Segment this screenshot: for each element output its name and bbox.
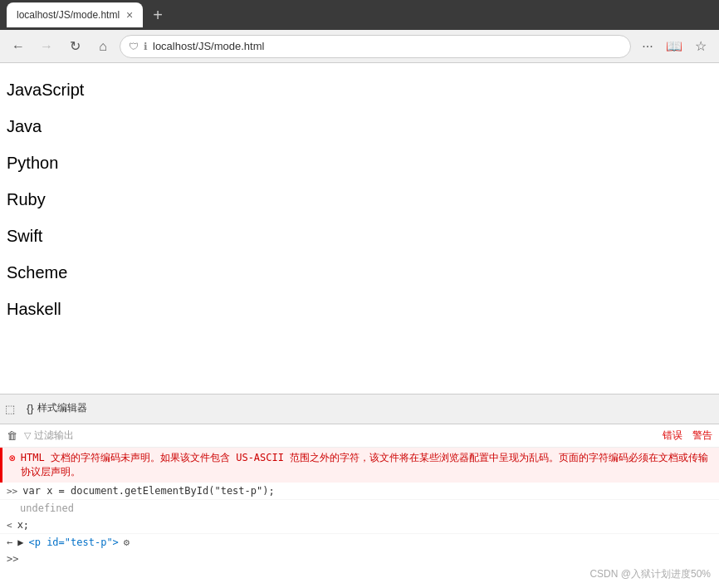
title-bar: localhost/JS/mode.html × + bbox=[0, 0, 719, 30]
clear-console-button[interactable]: 🗑 bbox=[7, 429, 17, 442]
shield-icon: 🛡 bbox=[129, 41, 139, 52]
filter-icon: ▽ bbox=[24, 430, 31, 441]
console-toolbar: 🗑 ▽ 过滤输出 错误 警告 bbox=[0, 424, 719, 448]
devtools-toggle-icon[interactable]: ⬚ bbox=[5, 403, 15, 415]
nav-bar: ← → ↻ ⌂ 🛡 ℹ localhost/JS/mode.html ··· 📖… bbox=[0, 30, 719, 63]
list-item: Python bbox=[7, 145, 712, 181]
filter-placeholder: 过滤输出 bbox=[34, 429, 74, 443]
console-element-row: ← ▶ <p id="test-p"> ⚙ bbox=[0, 534, 719, 551]
console-output-1: undefined bbox=[0, 500, 719, 517]
language-list: JavaScriptJavaPythonRubySwiftSchemeHaske… bbox=[7, 71, 712, 327]
bookmark-button[interactable]: ☆ bbox=[689, 35, 712, 58]
style-editor-icon: {} bbox=[27, 402, 34, 414]
element-code: <p id="test-p"> bbox=[28, 537, 118, 548]
list-item: Java bbox=[7, 108, 712, 145]
devtools-tab-bar: ⬚ ⬜查看器▷控制台⬜调试器↑↓网络{}样式编辑器◯性能⬡内存☰存储♿无障碍环境 bbox=[0, 394, 719, 424]
devtools-tab-style-editor[interactable]: {}样式编辑器 bbox=[18, 394, 101, 424]
list-item: Ruby bbox=[7, 181, 712, 218]
console-error-text: HTML 文档的字符编码未声明。如果该文件包含 US-ASCII 范围之外的字符… bbox=[21, 451, 712, 479]
list-item: Swift bbox=[7, 218, 712, 254]
element-expand-arrow[interactable]: ▶ bbox=[17, 537, 23, 548]
reader-mode-button[interactable]: 📖 bbox=[663, 35, 686, 58]
console-output-area: ⊗ HTML 文档的字符编码未声明。如果该文件包含 US-ASCII 范围之外的… bbox=[0, 448, 719, 586]
console-code-1: var x = document.getElementById("test-p"… bbox=[22, 485, 274, 497]
console-prompt-line[interactable]: >> bbox=[0, 551, 719, 567]
devtools-panel: ⬚ ⬜查看器▷控制台⬜调试器↑↓网络{}样式编辑器◯性能⬡内存☰存储♿无障碍环境… bbox=[0, 394, 719, 586]
tab-title: localhost/JS/mode.html bbox=[17, 9, 120, 21]
refresh-button[interactable]: ↻ bbox=[63, 35, 86, 58]
prompt-symbol: >> bbox=[7, 553, 18, 565]
console-code-2: x; bbox=[17, 519, 29, 531]
input-arrow-2: < bbox=[7, 520, 12, 531]
warn-badge[interactable]: 警告 bbox=[692, 429, 712, 443]
console-input-line-1: >> var x = document.getElementById("test… bbox=[0, 483, 719, 500]
nav-right-buttons: ··· 📖 ☆ bbox=[636, 35, 712, 58]
error-icon: ⊗ bbox=[9, 452, 16, 464]
forward-button[interactable]: → bbox=[35, 35, 58, 58]
filter-area: ▽ 过滤输出 bbox=[24, 429, 656, 443]
info-icon: ℹ bbox=[144, 41, 148, 52]
devtools-tabs-container: ⬜查看器▷控制台⬜调试器↑↓网络{}样式编辑器◯性能⬡内存☰存储♿无障碍环境 bbox=[18, 394, 101, 424]
list-item: Scheme bbox=[7, 254, 712, 291]
input-arrow-1: >> bbox=[7, 486, 17, 497]
page-content: JavaScriptJavaPythonRubySwiftSchemeHaske… bbox=[0, 63, 719, 394]
list-item: Haskell bbox=[7, 291, 712, 327]
address-bar[interactable]: 🛡 ℹ localhost/JS/mode.html bbox=[120, 35, 631, 58]
new-tab-button[interactable]: + bbox=[153, 6, 163, 25]
watermark: CSDN @入狱计划进度50% bbox=[589, 567, 711, 581]
error-badge[interactable]: 错误 bbox=[663, 429, 682, 443]
more-button[interactable]: ··· bbox=[636, 35, 659, 58]
back-button[interactable]: ← bbox=[7, 35, 30, 58]
active-tab[interactable]: localhost/JS/mode.html × bbox=[7, 2, 143, 27]
element-arrow: ← bbox=[7, 537, 12, 548]
console-error-row: ⊗ HTML 文档的字符编码未声明。如果该文件包含 US-ASCII 范围之外的… bbox=[0, 448, 719, 483]
gear-icon[interactable]: ⚙ bbox=[124, 537, 130, 548]
console-input-line-2: < x; bbox=[0, 517, 719, 534]
home-button[interactable]: ⌂ bbox=[91, 35, 115, 58]
tab-close-button[interactable]: × bbox=[126, 8, 133, 22]
list-item: JavaScript bbox=[7, 71, 712, 108]
url-display: localhost/JS/mode.html bbox=[153, 40, 622, 52]
